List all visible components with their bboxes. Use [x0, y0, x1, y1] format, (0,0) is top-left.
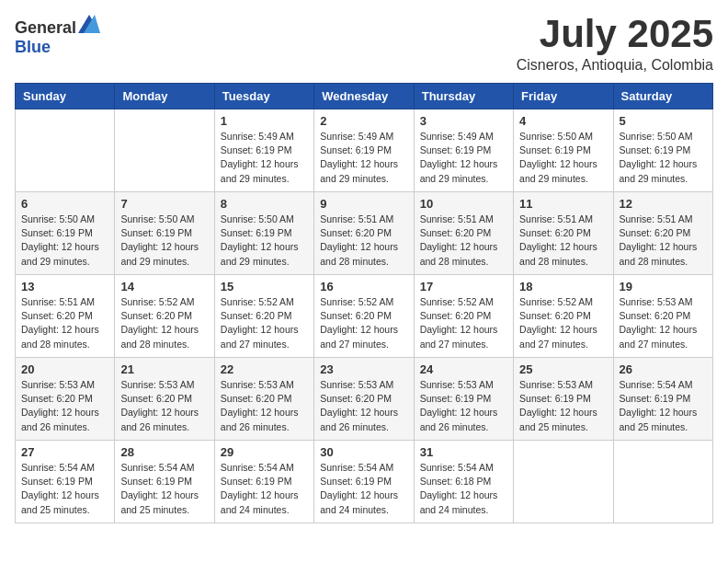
week-row-3: 13Sunrise: 5:51 AMSunset: 6:20 PMDayligh… — [16, 275, 713, 358]
weekday-header-tuesday: Tuesday — [214, 84, 313, 109]
day-info: Sunrise: 5:52 AMSunset: 6:20 PMDaylight:… — [120, 295, 208, 351]
calendar-cell: 6Sunrise: 5:50 AMSunset: 6:19 PMDaylight… — [16, 192, 115, 275]
day-number: 18 — [519, 280, 607, 293]
day-number: 29 — [221, 445, 308, 459]
day-info: Sunrise: 5:54 AMSunset: 6:19 PMDaylight:… — [320, 461, 407, 517]
day-number: 4 — [519, 114, 607, 128]
calendar-cell: 16Sunrise: 5:52 AMSunset: 6:20 PMDayligh… — [314, 275, 414, 358]
logo-blue: Blue — [15, 38, 51, 56]
day-number: 28 — [120, 445, 208, 459]
calendar-cell: 25Sunrise: 5:53 AMSunset: 6:19 PMDayligh… — [514, 358, 613, 441]
logo: General Blue — [15, 15, 100, 57]
day-number: 1 — [221, 114, 308, 128]
day-info: Sunrise: 5:52 AMSunset: 6:20 PMDaylight:… — [221, 295, 308, 351]
weekday-header-saturday: Saturday — [613, 84, 712, 109]
week-row-5: 27Sunrise: 5:54 AMSunset: 6:19 PMDayligh… — [16, 441, 713, 523]
day-number: 11 — [519, 197, 607, 211]
calendar-body: 1Sunrise: 5:49 AMSunset: 6:19 PMDaylight… — [16, 109, 713, 523]
calendar-cell: 17Sunrise: 5:52 AMSunset: 6:20 PMDayligh… — [414, 275, 513, 358]
day-number: 8 — [221, 197, 308, 211]
calendar-cell: 21Sunrise: 5:53 AMSunset: 6:20 PMDayligh… — [115, 358, 214, 441]
weekday-header-monday: Monday — [115, 84, 214, 109]
day-info: Sunrise: 5:50 AMSunset: 6:19 PMDaylight:… — [120, 213, 208, 269]
week-row-1: 1Sunrise: 5:49 AMSunset: 6:19 PMDaylight… — [16, 109, 713, 192]
weekday-header-friday: Friday — [514, 84, 613, 109]
calendar-cell: 22Sunrise: 5:53 AMSunset: 6:20 PMDayligh… — [214, 358, 313, 441]
calendar-cell: 1Sunrise: 5:49 AMSunset: 6:19 PMDaylight… — [214, 109, 313, 192]
calendar-cell: 12Sunrise: 5:51 AMSunset: 6:20 PMDayligh… — [613, 192, 712, 275]
day-info: Sunrise: 5:51 AMSunset: 6:20 PMDaylight:… — [21, 295, 108, 351]
calendar-cell: 28Sunrise: 5:54 AMSunset: 6:19 PMDayligh… — [115, 441, 214, 523]
day-info: Sunrise: 5:54 AMSunset: 6:19 PMDaylight:… — [120, 461, 208, 517]
day-info: Sunrise: 5:50 AMSunset: 6:19 PMDaylight:… — [519, 130, 607, 186]
day-info: Sunrise: 5:54 AMSunset: 6:18 PMDaylight:… — [420, 461, 507, 517]
day-number: 9 — [320, 197, 407, 211]
day-info: Sunrise: 5:50 AMSunset: 6:19 PMDaylight:… — [221, 213, 308, 269]
day-number: 30 — [320, 445, 407, 459]
logo-general: General — [15, 18, 76, 37]
calendar-table: SundayMondayTuesdayWednesdayThursdayFrid… — [15, 83, 713, 523]
day-info: Sunrise: 5:49 AMSunset: 6:19 PMDaylight:… — [320, 130, 407, 186]
weekday-header-wednesday: Wednesday — [314, 84, 414, 109]
day-info: Sunrise: 5:51 AMSunset: 6:20 PMDaylight:… — [320, 213, 407, 269]
day-info: Sunrise: 5:53 AMSunset: 6:20 PMDaylight:… — [320, 378, 407, 434]
day-number: 3 — [420, 114, 507, 128]
day-number: 25 — [519, 362, 607, 376]
day-number: 14 — [120, 280, 208, 293]
day-info: Sunrise: 5:50 AMSunset: 6:19 PMDaylight:… — [620, 130, 707, 186]
calendar-cell: 7Sunrise: 5:50 AMSunset: 6:19 PMDaylight… — [115, 192, 214, 275]
calendar-cell — [16, 109, 115, 192]
calendar-cell: 29Sunrise: 5:54 AMSunset: 6:19 PMDayligh… — [214, 441, 313, 523]
day-number: 10 — [420, 197, 507, 211]
title-block: July 2025 Cisneros, Antioquia, Colombia — [517, 15, 713, 74]
day-info: Sunrise: 5:49 AMSunset: 6:19 PMDaylight:… — [420, 130, 507, 186]
day-info: Sunrise: 5:53 AMSunset: 6:19 PMDaylight:… — [420, 378, 507, 434]
day-info: Sunrise: 5:49 AMSunset: 6:19 PMDaylight:… — [221, 130, 308, 186]
day-number: 27 — [21, 445, 108, 459]
day-info: Sunrise: 5:53 AMSunset: 6:20 PMDaylight:… — [620, 295, 707, 351]
day-info: Sunrise: 5:53 AMSunset: 6:20 PMDaylight:… — [120, 378, 208, 434]
day-number: 19 — [620, 280, 707, 293]
week-row-2: 6Sunrise: 5:50 AMSunset: 6:19 PMDaylight… — [16, 192, 713, 275]
calendar-cell — [613, 441, 712, 523]
location-title: Cisneros, Antioquia, Colombia — [517, 57, 713, 74]
day-info: Sunrise: 5:51 AMSunset: 6:20 PMDaylight:… — [620, 213, 707, 269]
day-number: 5 — [620, 114, 707, 128]
day-info: Sunrise: 5:53 AMSunset: 6:20 PMDaylight:… — [221, 378, 308, 434]
day-number: 22 — [221, 362, 308, 376]
calendar-cell: 13Sunrise: 5:51 AMSunset: 6:20 PMDayligh… — [16, 275, 115, 358]
day-info: Sunrise: 5:53 AMSunset: 6:19 PMDaylight:… — [519, 378, 607, 434]
day-number: 15 — [221, 280, 308, 293]
calendar-cell: 5Sunrise: 5:50 AMSunset: 6:19 PMDaylight… — [613, 109, 712, 192]
day-number: 6 — [21, 197, 108, 211]
calendar-cell: 9Sunrise: 5:51 AMSunset: 6:20 PMDaylight… — [314, 192, 414, 275]
day-info: Sunrise: 5:52 AMSunset: 6:20 PMDaylight:… — [420, 295, 507, 351]
day-number: 23 — [320, 362, 407, 376]
day-info: Sunrise: 5:50 AMSunset: 6:19 PMDaylight:… — [21, 213, 108, 269]
day-number: 21 — [120, 362, 208, 376]
day-info: Sunrise: 5:54 AMSunset: 6:19 PMDaylight:… — [21, 461, 108, 517]
header: General Blue July 2025 Cisneros, Antioqu… — [15, 15, 713, 74]
calendar-cell: 23Sunrise: 5:53 AMSunset: 6:20 PMDayligh… — [314, 358, 414, 441]
day-number: 24 — [420, 362, 507, 376]
day-number: 16 — [320, 280, 407, 293]
weekday-header-thursday: Thursday — [414, 84, 513, 109]
week-row-4: 20Sunrise: 5:53 AMSunset: 6:20 PMDayligh… — [16, 358, 713, 441]
calendar-cell: 8Sunrise: 5:50 AMSunset: 6:19 PMDaylight… — [214, 192, 313, 275]
calendar-cell: 11Sunrise: 5:51 AMSunset: 6:20 PMDayligh… — [514, 192, 613, 275]
calendar-cell: 27Sunrise: 5:54 AMSunset: 6:19 PMDayligh… — [16, 441, 115, 523]
calendar-cell: 14Sunrise: 5:52 AMSunset: 6:20 PMDayligh… — [115, 275, 214, 358]
weekday-header-row: SundayMondayTuesdayWednesdayThursdayFrid… — [16, 84, 713, 109]
day-number: 13 — [21, 280, 108, 293]
calendar-cell: 30Sunrise: 5:54 AMSunset: 6:19 PMDayligh… — [314, 441, 414, 523]
day-number: 2 — [320, 114, 407, 128]
day-number: 20 — [21, 362, 108, 376]
calendar-cell: 10Sunrise: 5:51 AMSunset: 6:20 PMDayligh… — [414, 192, 513, 275]
day-info: Sunrise: 5:51 AMSunset: 6:20 PMDaylight:… — [420, 213, 507, 269]
month-title: July 2025 — [517, 15, 713, 53]
day-info: Sunrise: 5:52 AMSunset: 6:20 PMDaylight:… — [519, 295, 607, 351]
calendar-cell — [514, 441, 613, 523]
calendar-cell: 31Sunrise: 5:54 AMSunset: 6:18 PMDayligh… — [414, 441, 513, 523]
calendar-cell: 26Sunrise: 5:54 AMSunset: 6:19 PMDayligh… — [613, 358, 712, 441]
calendar-cell: 18Sunrise: 5:52 AMSunset: 6:20 PMDayligh… — [514, 275, 613, 358]
